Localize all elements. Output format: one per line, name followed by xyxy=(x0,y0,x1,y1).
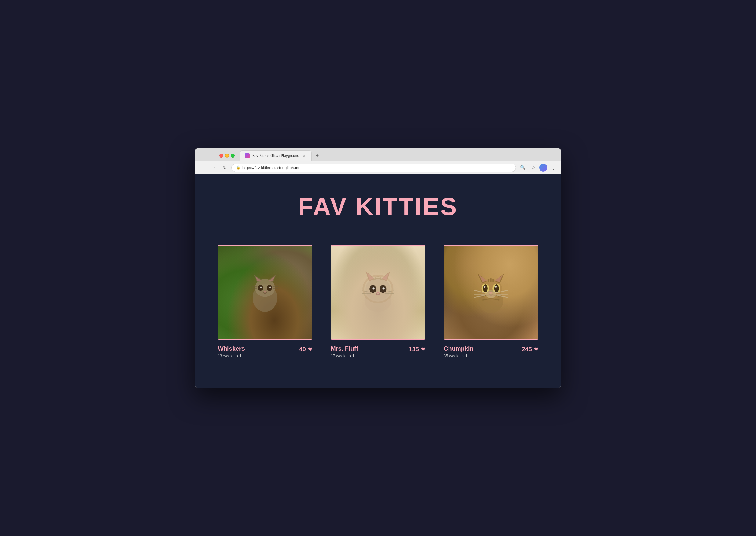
vote-count-mrs-fluff: 135 xyxy=(409,346,419,353)
kitty-info-chumpkin: Chumpkin 35 weeks old 245 ❤ xyxy=(444,345,538,358)
address-bar[interactable]: 🔒 https://fav-kitties-starter.glitch.me xyxy=(231,164,516,172)
tab-title: Fav Kitties Glitch Playground xyxy=(252,153,299,158)
kitty-card-mrs-fluff: Mrs. Fluff 17 weeks old 135 ❤ xyxy=(331,245,425,358)
kitty-image-mrs-fluff[interactable] xyxy=(331,245,425,340)
kitty-name-chumpkin: Chumpkin xyxy=(444,345,473,352)
back-button[interactable]: ← xyxy=(198,163,207,172)
kitty-info-mrs-fluff: Mrs. Fluff 17 weeks old 135 ❤ xyxy=(331,345,425,358)
close-button[interactable] xyxy=(219,153,223,157)
kitty-name-mrs-fluff: Mrs. Fluff xyxy=(331,345,358,352)
svg-line-14 xyxy=(273,288,278,289)
search-icon[interactable]: 🔍 xyxy=(518,163,527,172)
page-title: FAV KITTIES xyxy=(298,193,458,221)
vote-count-whiskers: 40 xyxy=(299,346,306,353)
svg-point-9 xyxy=(269,286,271,288)
kitty-votes-chumpkin[interactable]: 245 ❤ xyxy=(522,345,538,353)
svg-line-12 xyxy=(252,288,257,289)
kitties-grid: Whiskers 13 weeks old 40 ❤ xyxy=(210,245,546,358)
tab-favicon xyxy=(245,153,250,158)
avatar[interactable] xyxy=(539,164,547,172)
svg-line-11 xyxy=(252,286,257,287)
heart-icon-chumpkin: ❤ xyxy=(534,346,538,353)
svg-point-42 xyxy=(483,285,488,292)
tab-close-button[interactable]: × xyxy=(302,153,307,158)
svg-point-44 xyxy=(484,286,486,288)
kitty-name-age-whiskers: Whiskers 13 weeks old xyxy=(218,345,245,358)
svg-point-8 xyxy=(260,286,262,288)
kitty-info-whiskers: Whiskers 13 weeks old 40 ❤ xyxy=(218,345,312,358)
vote-count-chumpkin: 245 xyxy=(522,346,532,353)
toolbar-right: 🔍 ☆ ⋮ xyxy=(518,163,558,172)
menu-icon[interactable]: ⋮ xyxy=(549,163,558,172)
kitty-votes-whiskers[interactable]: 40 ❤ xyxy=(299,345,312,353)
kitty-name-age-mrs-fluff: Mrs. Fluff 17 weeks old xyxy=(331,345,358,358)
new-tab-button[interactable]: + xyxy=(313,152,322,160)
page-content: FAV KITTIES xyxy=(195,174,561,388)
heart-icon-mrs-fluff: ❤ xyxy=(421,346,425,353)
minimize-button[interactable] xyxy=(225,153,229,157)
svg-point-16 xyxy=(366,278,391,300)
active-tab[interactable]: Fav Kitties Glitch Playground × xyxy=(240,151,312,160)
kitty-card-chumpkin: Chumpkin 35 weeks old 245 ❤ xyxy=(444,245,538,358)
bookmark-icon[interactable]: ☆ xyxy=(529,163,537,172)
url-text: https://fav-kitties-starter.glitch.me xyxy=(242,165,300,170)
lock-icon: 🔒 xyxy=(236,165,241,170)
heart-icon-whiskers: ❤ xyxy=(308,346,312,353)
kitty-image-chumpkin[interactable] xyxy=(444,245,538,340)
svg-point-45 xyxy=(495,286,497,288)
svg-point-25 xyxy=(383,287,385,289)
forward-button[interactable]: → xyxy=(209,163,218,172)
kitty-age-mrs-fluff: 17 weeks old xyxy=(331,353,358,358)
kitty-votes-mrs-fluff[interactable]: 135 ❤ xyxy=(409,345,425,353)
reload-button[interactable]: ↻ xyxy=(221,163,229,172)
kitty-image-whiskers[interactable] xyxy=(218,245,312,340)
kitty-age-whiskers: 13 weeks old xyxy=(218,353,245,358)
kitty-card-whiskers: Whiskers 13 weeks old 40 ❤ xyxy=(218,245,312,358)
kitty-name-age-chumpkin: Chumpkin 35 weeks old xyxy=(444,345,473,358)
svg-point-47 xyxy=(486,290,497,298)
kitty-name-whiskers: Whiskers xyxy=(218,345,245,352)
address-bar-row: ← → ↻ 🔒 https://fav-kitties-starter.glit… xyxy=(195,160,561,174)
svg-line-13 xyxy=(273,286,278,287)
tab-bar: Fav Kitties Glitch Playground × + xyxy=(195,148,561,160)
browser-window: Fav Kitties Glitch Playground × + ← → ↻ … xyxy=(195,148,561,388)
maximize-button[interactable] xyxy=(231,153,235,157)
kitty-age-chumpkin: 35 weeks old xyxy=(444,353,473,358)
svg-point-43 xyxy=(494,285,499,292)
svg-point-24 xyxy=(372,287,375,289)
